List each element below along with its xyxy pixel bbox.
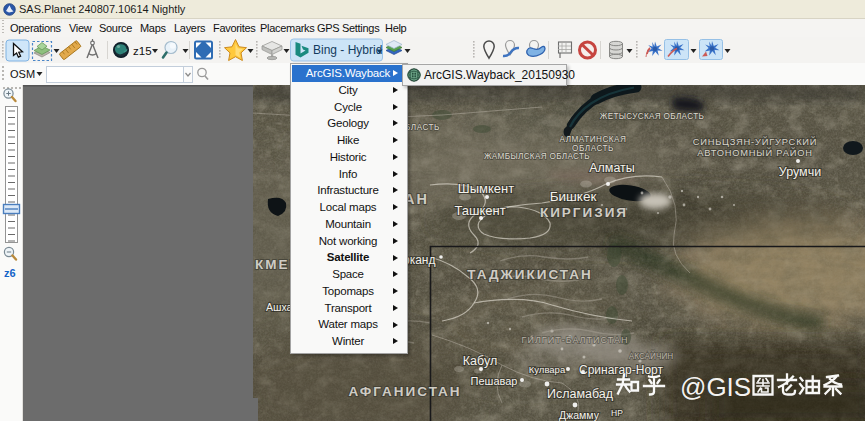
svg-text:АВТОНОМНЫЙ РАЙОН: АВТОНОМНЫЙ РАЙОН: [697, 147, 812, 158]
svg-text:Джамму: Джамму: [559, 409, 600, 421]
svg-text:z6: z6: [4, 267, 16, 279]
svg-text:Bing - Hybrid: Bing - Hybrid: [313, 43, 382, 57]
svg-text:Ташкент: Ташкент: [454, 203, 505, 218]
svg-text:Кулвара: Кулвара: [529, 364, 566, 375]
svg-text:Исламабад: Исламабад: [547, 387, 614, 401]
svg-text:АКСАЙЧИН: АКСАЙЧИН: [629, 350, 674, 361]
svg-text:ТАДЖИКИСТАН: ТАДЖИКИСТАН: [467, 267, 592, 282]
svg-text:Кабул: Кабул: [463, 354, 497, 368]
svg-text:z15: z15: [133, 45, 152, 57]
svg-text:@GIS: @GIS: [680, 372, 751, 400]
svg-text:Шымкент: Шымкент: [458, 181, 514, 196]
svg-text:Пешавар: Пешавар: [471, 375, 518, 387]
svg-text:КИРГИЗИЯ: КИРГИЗИЯ: [540, 205, 628, 220]
svg-text:Бишкек: Бишкек: [550, 189, 597, 204]
svg-text:Алматы: Алматы: [589, 161, 635, 175]
svg-text:ЖАМБЫЛСКАЯ ОБЛАСТЬ: ЖАМБЫЛСКАЯ ОБЛАСТЬ: [484, 152, 590, 161]
svg-text:ГИЛГИТ-БАЛТИСТАН: ГИЛГИТ-БАЛТИСТАН: [522, 335, 629, 345]
svg-text:НР: НР: [611, 408, 623, 418]
svg-text:Урумчи: Урумчи: [779, 165, 821, 179]
svg-text:АЛМАТИНСКАЯ: АЛМАТИНСКАЯ: [559, 135, 626, 144]
svg-text:OSM: OSM: [10, 68, 35, 80]
svg-text:ЖЕТЫСУСКАЯ ОБЛАСТЬ: ЖЕТЫСУСКАЯ ОБЛАСТЬ: [600, 112, 704, 121]
svg-text:СИНЬЦЗЯН-УЙГУРСКИЙ: СИНЬЦЗЯН-УЙГУРСКИЙ: [693, 136, 818, 147]
svg-text:Ашха: Ашха: [266, 301, 293, 313]
svg-text:АФГАНИСТАН: АФГАНИСТАН: [348, 384, 461, 399]
